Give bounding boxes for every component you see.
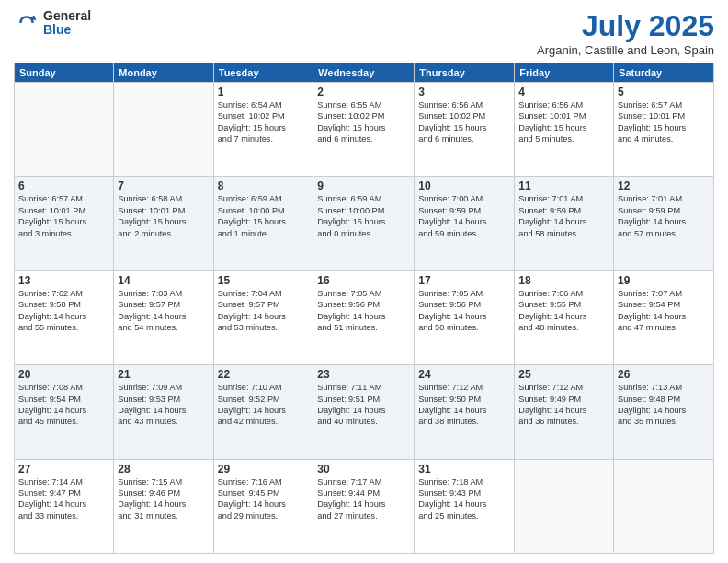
day-number: 22 (218, 368, 310, 381)
header-thursday: Thursday (415, 63, 515, 83)
day-info: Sunrise: 6:57 AM Sunset: 10:01 PM Daylig… (618, 99, 710, 145)
day-number: 5 (618, 86, 710, 98)
day-info: Sunrise: 7:12 AM Sunset: 9:49 PM Dayligh… (518, 382, 609, 428)
day-number: 7 (118, 179, 209, 192)
day-info: Sunrise: 7:18 AM Sunset: 9:43 PM Dayligh… (418, 477, 510, 523)
day-info: Sunrise: 7:13 AM Sunset: 9:48 PM Dayligh… (618, 382, 710, 428)
day-number: 20 (18, 368, 109, 381)
day-number: 19 (618, 274, 710, 287)
header-monday: Monday (114, 63, 213, 83)
table-row: 26Sunrise: 7:13 AM Sunset: 9:48 PM Dayli… (614, 365, 714, 459)
table-row: 8Sunrise: 6:59 AM Sunset: 10:00 PM Dayli… (213, 177, 313, 270)
day-info: Sunrise: 6:57 AM Sunset: 10:01 PM Daylig… (18, 193, 109, 239)
table-row: 3Sunrise: 6:56 AM Sunset: 10:02 PM Dayli… (415, 83, 515, 177)
day-info: Sunrise: 7:14 AM Sunset: 9:47 PM Dayligh… (18, 477, 109, 523)
table-row: 5Sunrise: 6:57 AM Sunset: 10:01 PM Dayli… (614, 83, 714, 177)
day-number: 9 (317, 179, 410, 192)
header-saturday: Saturday (614, 63, 714, 83)
day-number: 28 (118, 463, 209, 476)
day-info: Sunrise: 7:16 AM Sunset: 9:45 PM Dayligh… (218, 477, 310, 523)
day-number: 4 (518, 86, 609, 98)
calendar-week-4: 20Sunrise: 7:08 AM Sunset: 9:54 PM Dayli… (15, 365, 714, 459)
day-number: 15 (218, 274, 310, 287)
day-info: Sunrise: 7:08 AM Sunset: 9:54 PM Dayligh… (18, 382, 109, 428)
day-number: 30 (317, 463, 410, 476)
day-number: 6 (18, 179, 109, 192)
page: General Blue July 2025 Arganin, Castille… (0, 0, 728, 563)
day-info: Sunrise: 6:55 AM Sunset: 10:02 PM Daylig… (317, 99, 410, 145)
day-info: Sunrise: 7:09 AM Sunset: 9:53 PM Dayligh… (118, 382, 209, 428)
table-row: 29Sunrise: 7:16 AM Sunset: 9:45 PM Dayli… (213, 459, 313, 553)
table-row (515, 459, 614, 553)
table-row: 24Sunrise: 7:12 AM Sunset: 9:50 PM Dayli… (415, 365, 515, 459)
table-row: 14Sunrise: 7:03 AM Sunset: 9:57 PM Dayli… (114, 270, 213, 364)
day-number: 31 (418, 463, 510, 476)
table-row: 22Sunrise: 7:10 AM Sunset: 9:52 PM Dayli… (213, 365, 313, 459)
day-number: 10 (418, 179, 510, 192)
table-row: 1Sunrise: 6:54 AM Sunset: 10:02 PM Dayli… (213, 83, 313, 177)
day-info: Sunrise: 7:05 AM Sunset: 9:56 PM Dayligh… (317, 288, 410, 334)
logo: General Blue (14, 9, 91, 38)
day-info: Sunrise: 6:58 AM Sunset: 10:01 PM Daylig… (118, 193, 209, 239)
table-row: 28Sunrise: 7:15 AM Sunset: 9:46 PM Dayli… (114, 459, 213, 553)
day-info: Sunrise: 7:00 AM Sunset: 9:59 PM Dayligh… (418, 193, 510, 239)
table-row: 12Sunrise: 7:01 AM Sunset: 9:59 PM Dayli… (614, 177, 714, 270)
day-number: 14 (118, 274, 209, 287)
day-number: 27 (18, 463, 109, 476)
logo-general-text: General (43, 9, 91, 23)
table-row (114, 83, 213, 177)
table-row: 9Sunrise: 6:59 AM Sunset: 10:00 PM Dayli… (313, 177, 415, 270)
day-number: 8 (218, 179, 310, 192)
header-sunday: Sunday (15, 63, 114, 83)
table-row: 27Sunrise: 7:14 AM Sunset: 9:47 PM Dayli… (15, 459, 114, 553)
day-number: 11 (518, 179, 609, 192)
table-row (614, 459, 714, 553)
logo-icon (14, 10, 40, 36)
logo-blue-text: Blue (43, 23, 91, 37)
table-row: 2Sunrise: 6:55 AM Sunset: 10:02 PM Dayli… (313, 83, 415, 177)
main-title: July 2025 (537, 9, 714, 43)
table-row: 16Sunrise: 7:05 AM Sunset: 9:56 PM Dayli… (313, 270, 415, 364)
table-row: 7Sunrise: 6:58 AM Sunset: 10:01 PM Dayli… (114, 177, 213, 270)
day-number: 25 (518, 368, 609, 381)
table-row: 23Sunrise: 7:11 AM Sunset: 9:51 PM Dayli… (313, 365, 415, 459)
calendar-week-5: 27Sunrise: 7:14 AM Sunset: 9:47 PM Dayli… (15, 459, 714, 553)
table-row: 4Sunrise: 6:56 AM Sunset: 10:01 PM Dayli… (515, 83, 614, 177)
day-number: 13 (18, 274, 109, 287)
day-info: Sunrise: 7:05 AM Sunset: 9:56 PM Dayligh… (418, 288, 510, 334)
day-info: Sunrise: 7:04 AM Sunset: 9:57 PM Dayligh… (218, 288, 310, 334)
day-info: Sunrise: 7:07 AM Sunset: 9:54 PM Dayligh… (618, 288, 710, 334)
table-row: 20Sunrise: 7:08 AM Sunset: 9:54 PM Dayli… (15, 365, 114, 459)
day-info: Sunrise: 7:01 AM Sunset: 9:59 PM Dayligh… (518, 193, 609, 239)
day-info: Sunrise: 7:02 AM Sunset: 9:58 PM Dayligh… (18, 288, 109, 334)
table-row: 11Sunrise: 7:01 AM Sunset: 9:59 PM Dayli… (515, 177, 614, 270)
calendar-table: Sunday Monday Tuesday Wednesday Thursday… (14, 63, 714, 554)
day-number: 21 (118, 368, 209, 381)
day-number: 17 (418, 274, 510, 287)
day-info: Sunrise: 7:01 AM Sunset: 9:59 PM Dayligh… (618, 193, 710, 239)
day-number: 24 (418, 368, 510, 381)
calendar-week-2: 6Sunrise: 6:57 AM Sunset: 10:01 PM Dayli… (15, 177, 714, 270)
table-row: 19Sunrise: 7:07 AM Sunset: 9:54 PM Dayli… (614, 270, 714, 364)
table-row: 17Sunrise: 7:05 AM Sunset: 9:56 PM Dayli… (415, 270, 515, 364)
table-row: 6Sunrise: 6:57 AM Sunset: 10:01 PM Dayli… (15, 177, 114, 270)
day-number: 1 (218, 86, 310, 98)
day-info: Sunrise: 6:59 AM Sunset: 10:00 PM Daylig… (317, 193, 410, 239)
table-row: 21Sunrise: 7:09 AM Sunset: 9:53 PM Dayli… (114, 365, 213, 459)
calendar-week-3: 13Sunrise: 7:02 AM Sunset: 9:58 PM Dayli… (15, 270, 714, 364)
table-row: 10Sunrise: 7:00 AM Sunset: 9:59 PM Dayli… (415, 177, 515, 270)
day-number: 3 (418, 86, 510, 98)
day-number: 12 (618, 179, 710, 192)
day-info: Sunrise: 7:10 AM Sunset: 9:52 PM Dayligh… (218, 382, 310, 428)
calendar-header-row: Sunday Monday Tuesday Wednesday Thursday… (15, 63, 714, 83)
day-number: 29 (218, 463, 310, 476)
day-number: 16 (317, 274, 410, 287)
day-number: 2 (317, 86, 410, 98)
table-row: 31Sunrise: 7:18 AM Sunset: 9:43 PM Dayli… (415, 459, 515, 553)
day-info: Sunrise: 6:59 AM Sunset: 10:00 PM Daylig… (218, 193, 310, 239)
day-info: Sunrise: 7:06 AM Sunset: 9:55 PM Dayligh… (518, 288, 609, 334)
header-wednesday: Wednesday (313, 63, 415, 83)
day-info: Sunrise: 7:15 AM Sunset: 9:46 PM Dayligh… (118, 477, 209, 523)
table-row: 30Sunrise: 7:17 AM Sunset: 9:44 PM Dayli… (313, 459, 415, 553)
header: General Blue July 2025 Arganin, Castille… (14, 9, 714, 57)
